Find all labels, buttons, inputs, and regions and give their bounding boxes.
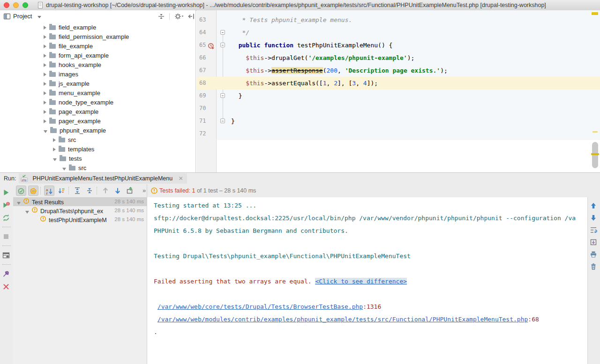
toggle-auto-test-icon[interactable] (2, 214, 11, 223)
project-tree-item-menu_example[interactable]: menu_example (0, 88, 195, 97)
project-tree-item-hooks_example[interactable]: hooks_example (0, 60, 195, 69)
console-text: Testing started at 13:25 ... (154, 202, 256, 209)
editor-line-63[interactable]: 63 * Tests phpunit_example menus. (196, 14, 600, 26)
chevron-right-icon[interactable] (44, 26, 46, 30)
rerun-tests-icon[interactable] (2, 189, 11, 197)
up-stacktrace-icon[interactable] (590, 202, 598, 210)
scroll-to-end-icon[interactable] (590, 238, 598, 247)
editor-line-65[interactable]: 65 public function testPhpUnitExampleMen… (196, 39, 600, 52)
chevron-right-icon[interactable] (53, 138, 56, 142)
chevron-down-icon[interactable] (44, 130, 47, 133)
chevrons-icon[interactable]: » (142, 184, 146, 197)
editor-line-71[interactable]: 71} (196, 115, 600, 127)
chevron-right-icon[interactable] (44, 101, 46, 104)
code-text: $this->assertResponse(200, 'Description … (231, 64, 448, 77)
chevron-right-icon[interactable] (44, 35, 46, 39)
pin-tab-icon[interactable] (2, 270, 11, 279)
chevron-right-icon[interactable] (44, 91, 46, 95)
line-number: 68 (199, 77, 206, 89)
warning-circle-icon (40, 215, 46, 224)
fold-marker-icon[interactable] (220, 43, 225, 47)
project-tree-item-page_example[interactable]: page_example (0, 107, 195, 116)
soft-wrap-icon[interactable] (590, 226, 598, 235)
editor-line-70[interactable]: 70 (196, 102, 600, 115)
project-tree-item-phpunit_example[interactable]: phpunit_example (0, 126, 195, 135)
project-tree-item-tests[interactable]: tests (0, 154, 195, 163)
project-tree-item-src[interactable]: src (0, 135, 195, 144)
project-tree-item-pager_example[interactable]: pager_example (0, 116, 195, 126)
chevron-down-icon[interactable] (38, 16, 41, 18)
import-test-results-icon[interactable] (125, 186, 135, 196)
project-tree-item-form_api_example[interactable]: form_api_example (0, 51, 195, 60)
test-tree-item[interactable]: Drupal\Tests\phpunit_ex28 s 140 ms (13, 206, 147, 215)
editor-line-66[interactable]: 66 $this->drupalGet('/examples/phpunit-e… (196, 52, 600, 64)
editor-line-67[interactable]: 67 $this->assertResponse(200, 'Descripti… (196, 64, 600, 77)
fold-marker-icon[interactable] (220, 119, 225, 123)
close-window-button[interactable] (4, 2, 9, 8)
chevron-right-icon[interactable] (44, 119, 46, 123)
project-tool-icon (3, 13, 11, 22)
project-tree-item-file_example[interactable]: file_example (0, 41, 195, 51)
collapse-all-icon[interactable] (84, 186, 95, 196)
editor-line-72[interactable]: 72 (196, 127, 600, 140)
close-icon[interactable] (2, 283, 11, 291)
sort-alphabetically-icon[interactable]: az (44, 186, 54, 196)
line-number: 69 (199, 89, 206, 102)
down-stacktrace-icon[interactable] (590, 214, 598, 223)
show-ignored-icon[interactable] (28, 186, 38, 196)
editor-scrollbar-thumb[interactable] (592, 142, 598, 168)
project-tree-item-src[interactable]: src (0, 163, 195, 172)
chevron-right-icon[interactable] (44, 73, 46, 76)
test-tree-item[interactable]: Test Results28 s 140 ms (13, 197, 147, 206)
minimize-window-button[interactable] (13, 2, 19, 8)
fold-marker-icon[interactable] (220, 93, 225, 98)
console-link[interactable]: /var/www/web/modules/contrib/examples/ph… (158, 316, 528, 323)
project-tree-item-images[interactable]: images (0, 69, 195, 79)
fold-marker-icon[interactable] (220, 30, 225, 35)
close-tab-icon[interactable]: ✕ (179, 175, 183, 182)
console-link[interactable]: <Click to see difference> (315, 278, 407, 285)
next-failed-test-icon[interactable] (112, 186, 123, 196)
test-console[interactable]: Testing started at 13:25 ...sftp://docke… (147, 197, 587, 364)
project-tree-item-templates[interactable]: templates (0, 144, 195, 154)
test-tree-item[interactable]: testPhpUnitExampleM28 s 140 ms (13, 215, 147, 224)
editor-line-64[interactable]: 64 */ (196, 26, 600, 39)
sort-by-duration-icon[interactable] (56, 186, 67, 196)
chevron-right-icon[interactable] (53, 148, 56, 151)
error-stripe-mark[interactable] (591, 153, 599, 155)
chevron-down-icon[interactable] (25, 211, 29, 214)
console-link[interactable]: /var/www/web/core/tests/Drupal/Tests/Bro… (158, 303, 363, 310)
run-tab[interactable]: php PHPUnitExampleMenuTest.testPhpUnitEx… (19, 173, 187, 184)
expand-all-icon[interactable] (72, 186, 82, 196)
editor-line-69[interactable]: 69 } (196, 89, 600, 102)
chevron-right-icon[interactable] (44, 45, 46, 48)
zoom-window-button[interactable] (22, 2, 28, 8)
stop-icon[interactable] (2, 233, 11, 241)
error-stripe-mark[interactable] (592, 131, 598, 133)
project-tree-item-field_example[interactable]: field_example (0, 22, 195, 32)
project-tree-item-node_type_example[interactable]: node_type_example (0, 97, 195, 107)
chevron-right-icon[interactable] (44, 63, 46, 67)
project-tree-item-js_example[interactable]: js_example (0, 79, 195, 88)
clear-all-icon[interactable] (590, 263, 598, 271)
project-tree-item-field_permission_example[interactable]: field_permission_example (0, 32, 195, 41)
show-passed-icon[interactable] (16, 186, 26, 196)
print-icon[interactable] (590, 251, 598, 259)
svg-text:php: php (22, 178, 27, 181)
chevron-right-icon[interactable] (44, 54, 46, 58)
restore-layout-icon[interactable] (2, 252, 11, 260)
settings-gear-icon[interactable] (173, 13, 183, 22)
rerun-failed-tests-icon[interactable] (2, 201, 11, 210)
hide-panel-icon[interactable] (188, 13, 195, 22)
chevron-down-icon[interactable] (53, 158, 57, 161)
expand-collapse-icon[interactable] (158, 13, 165, 22)
chevron-right-icon[interactable] (44, 110, 46, 114)
editor-line-68[interactable]: 68 $this->assertEquals([1, 2], [3, 4]); (196, 77, 600, 89)
previous-failed-test-icon[interactable] (100, 186, 111, 196)
chevron-right-icon[interactable] (44, 82, 46, 86)
chevron-down-icon[interactable] (17, 202, 21, 205)
code-editor[interactable]: 63 * Tests phpunit_example menus.64 */65… (196, 10, 600, 172)
project-view-selector[interactable]: Project (13, 10, 32, 22)
error-stripe-mark[interactable] (592, 12, 598, 15)
chevron-down-icon[interactable] (62, 168, 66, 171)
